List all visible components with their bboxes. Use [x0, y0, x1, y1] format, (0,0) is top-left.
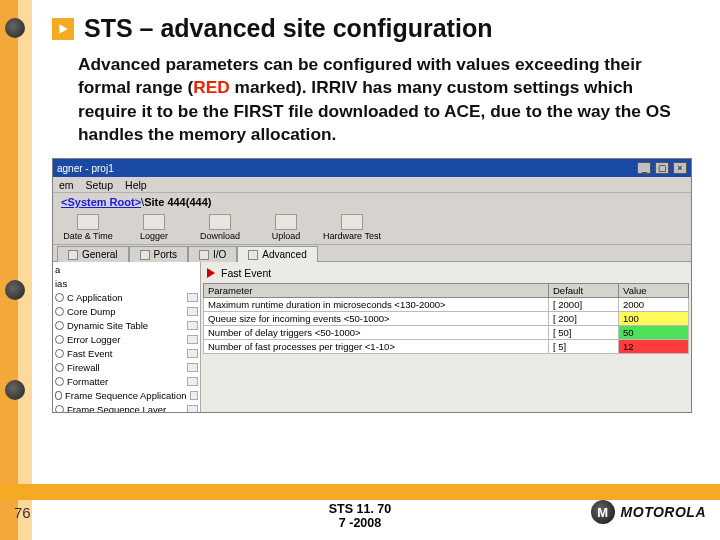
close-icon[interactable]: × [673, 162, 687, 174]
col-default: Default [549, 284, 619, 298]
item-icon [187, 349, 198, 358]
col-parameter: Parameter [204, 284, 549, 298]
title-bullet-icon [52, 18, 74, 40]
item-icon [187, 335, 198, 344]
window-title: agner - proj1 [57, 163, 114, 174]
tab-icon [68, 250, 78, 260]
value-cell[interactable]: 100 [619, 312, 689, 326]
motorola-dot-icon [5, 18, 25, 38]
item-icon [187, 363, 198, 372]
radio-icon [55, 321, 64, 330]
table-row: Number of delay triggers <50-1000>[ 50]5… [204, 326, 689, 340]
motorola-dot-icon [5, 280, 25, 300]
app-screenshot: agner - proj1 _ ▢ × em Setup Help <Syste… [52, 158, 692, 413]
tree-item[interactable]: ias [53, 276, 200, 290]
tree-item[interactable]: Frame Sequence Application [53, 388, 200, 402]
radio-icon [55, 405, 64, 414]
slide-body: Advanced parameters can be configured wi… [52, 53, 692, 158]
motorola-logo: M MOTOROLA [591, 500, 706, 524]
window-controls: _ ▢ × [636, 162, 687, 174]
tree-item[interactable]: Frame Sequence Layer [53, 402, 200, 413]
tab-i-o[interactable]: I/O [188, 246, 237, 262]
radio-icon [55, 377, 64, 386]
tree-item[interactable]: C Application [53, 290, 200, 304]
flag-icon [207, 268, 215, 278]
tab-ports[interactable]: Ports [129, 246, 188, 262]
section-title: Fast Event [221, 267, 271, 279]
tree-item[interactable]: Core Dump [53, 304, 200, 318]
table-row: Maximum runtime duration in microseconds… [204, 298, 689, 312]
toolbar-hardware-test[interactable]: Hardware Test [323, 214, 381, 241]
breadcrumb: <System Root>\Site 444(444) [53, 193, 691, 211]
table-row: Queue size for incoming events <50-1000>… [204, 312, 689, 326]
radio-icon [55, 293, 64, 302]
section-header: Fast Event [203, 265, 689, 281]
radio-icon [55, 335, 64, 344]
tree-item[interactable]: Error Logger [53, 332, 200, 346]
toolbar-icon [143, 214, 165, 230]
item-icon [187, 307, 198, 316]
radio-icon [55, 363, 64, 372]
tab-icon [199, 250, 209, 260]
parameter-table: Parameter Default Value Maximum runtime … [203, 283, 689, 354]
item-icon [187, 293, 198, 302]
value-cell[interactable]: 50 [619, 326, 689, 340]
motorola-wordmark: MOTOROLA [621, 504, 706, 520]
tree-panel: aiasC ApplicationCore DumpDynamic Site T… [53, 262, 201, 413]
tree-item[interactable]: Fast Event [53, 346, 200, 360]
menu-help[interactable]: Help [125, 179, 147, 191]
main-panel: Fast Event Parameter Default Value Maxim… [201, 262, 691, 413]
toolbar: Date & TimeLoggerDownloadUploadHardware … [53, 211, 691, 245]
toolbar-icon [275, 214, 297, 230]
tree-item[interactable]: Dynamic Site Table [53, 318, 200, 332]
toolbar-icon [341, 214, 363, 230]
item-icon [187, 405, 198, 414]
radio-icon [55, 307, 64, 316]
menu-setup[interactable]: Setup [86, 179, 113, 191]
tab-icon [140, 250, 150, 260]
maximize-icon[interactable]: ▢ [655, 162, 669, 174]
breadcrumb-root[interactable]: <System Root> [61, 196, 141, 208]
radio-icon [55, 349, 64, 358]
minimize-icon[interactable]: _ [637, 162, 651, 174]
tab-advanced[interactable]: Advanced [237, 246, 317, 262]
tab-icon [248, 250, 258, 260]
tree-item[interactable]: Firewall [53, 360, 200, 374]
left-decor-stripe [0, 0, 32, 540]
toolbar-logger[interactable]: Logger [125, 214, 183, 241]
item-icon [187, 377, 198, 386]
toolbar-upload[interactable]: Upload [257, 214, 315, 241]
value-cell[interactable]: 2000 [619, 298, 689, 312]
item-icon [187, 321, 198, 330]
footer-bar [0, 484, 720, 500]
menubar: em Setup Help [53, 177, 691, 193]
slide-title: STS – advanced site configuration [84, 14, 492, 43]
item-icon [190, 391, 198, 400]
slide-footer: 76 STS 11. 70 7 -2008 M MOTOROLA [0, 484, 720, 540]
value-cell[interactable]: 12 [619, 340, 689, 354]
breadcrumb-site: Site 444(444) [144, 196, 211, 208]
radio-icon [55, 391, 62, 400]
tab-general[interactable]: General [57, 246, 129, 262]
motorola-dot-icon [5, 380, 25, 400]
svg-marker-0 [59, 24, 67, 34]
menu-em[interactable]: em [59, 179, 74, 191]
tree-item[interactable]: Formatter [53, 374, 200, 388]
window-titlebar: agner - proj1 _ ▢ × [53, 159, 691, 177]
motorola-m-icon: M [591, 500, 615, 524]
toolbar-icon [77, 214, 99, 230]
tab-strip: GeneralPortsI/OAdvanced [53, 245, 691, 262]
toolbar-download[interactable]: Download [191, 214, 249, 241]
table-row: Number of fast processes per trigger <1-… [204, 340, 689, 354]
toolbar-date-time[interactable]: Date & Time [59, 214, 117, 241]
tree-item[interactable]: a [53, 262, 200, 276]
col-value: Value [619, 284, 689, 298]
toolbar-icon [209, 214, 231, 230]
